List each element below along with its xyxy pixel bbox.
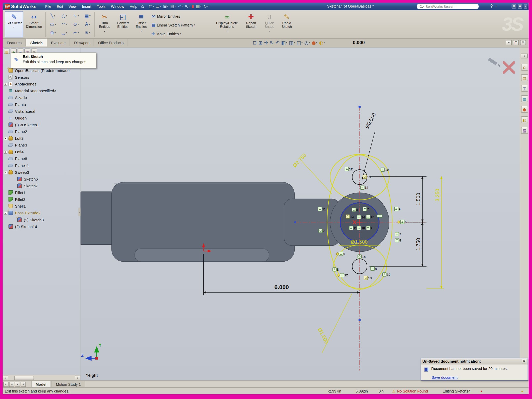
- arc-tool-button[interactable]: ◠▾: [59, 21, 70, 28]
- menu-tools[interactable]: Tools: [94, 3, 108, 10]
- relation-badge[interactable]: ○10: [357, 226, 365, 230]
- titlebar-new-button[interactable]: ▢▾: [148, 4, 155, 9]
- orientation-view-button[interactable]: ▥▾: [289, 39, 295, 46]
- tree-item-sweep3[interactable]: -Sweep3: [3, 169, 80, 176]
- relation-badge[interactable]: ⊥8: [332, 267, 339, 271]
- titlebar-undo-button[interactable]: ↶▾: [177, 4, 184, 9]
- model-body[interactable]: [81, 182, 389, 262]
- rotate-view-button[interactable]: ↻: [270, 39, 274, 46]
- bottom-tab-model[interactable]: Model: [31, 381, 51, 388]
- pan-view-button[interactable]: ✛: [264, 39, 268, 46]
- tree-item-vista-lateral[interactable]: Vista lateral: [3, 108, 80, 115]
- tab-scroll-left-icon[interactable]: ◂: [9, 382, 14, 387]
- titlebar-rebuild-button[interactable]: ↻▾: [202, 4, 209, 9]
- menu-insert[interactable]: Insert: [79, 3, 94, 10]
- rapid-sketch-button[interactable]: ✎ Rapid Sketch: [278, 11, 295, 37]
- menu-help[interactable]: Help: [127, 3, 140, 10]
- relation-badge[interactable]: ⊥9: [394, 207, 401, 211]
- tree-item-3dsketch1[interactable]: (-) 3DSketch1: [3, 122, 80, 128]
- text-tool-button[interactable]: A▾: [82, 21, 93, 28]
- tree-item-anotaciones[interactable]: +AAnotaciones: [3, 81, 80, 88]
- dimension-top-circle[interactable]: Ø0.500: [362, 112, 377, 180]
- tree-expander[interactable]: +: [4, 83, 7, 86]
- mirror-entities-button[interactable]: ⋈ Mirror Entities: [151, 12, 213, 20]
- tree-item-planta[interactable]: Planta: [3, 101, 80, 108]
- tree-item-plane3[interactable]: Plane3: [3, 142, 80, 149]
- relation-badge[interactable]: ⊥12: [337, 273, 348, 277]
- tree-item-fillet1[interactable]: Fillet1: [3, 189, 80, 196]
- tab-sketch[interactable]: Sketch: [26, 39, 47, 46]
- tab-dimxpert[interactable]: DimXpert: [70, 39, 94, 46]
- library-taskpane-button[interactable]: ▤: [521, 74, 528, 81]
- menu-window[interactable]: Window: [108, 3, 127, 10]
- line-tool-button[interactable]: ╲▾: [48, 12, 58, 19]
- titlebar-select-button[interactable]: ↖▾: [184, 4, 191, 9]
- tab-scroll-last-icon[interactable]: ⇥: [21, 382, 26, 387]
- relation-badge[interactable]: ⊥12: [345, 167, 353, 171]
- relation-badge[interactable]: =9: [395, 238, 401, 242]
- tab-scroll-right-icon[interactable]: ▸: [15, 382, 20, 387]
- relation-badge[interactable]: ○13: [346, 214, 354, 218]
- titlebar-filter-button[interactable]: ▮: [191, 4, 195, 9]
- menu-view[interactable]: View: [66, 3, 79, 10]
- dimension-vertical-2[interactable]: 1.750: [415, 222, 422, 266]
- spline-tool-button[interactable]: ∿▾: [71, 12, 82, 19]
- explorer-taskpane-button[interactable]: ◫: [521, 85, 528, 92]
- move-entities-button[interactable]: ✛ Move Entities ▾: [151, 30, 213, 38]
- titlebar-edge-icon[interactable]: ›: [524, 4, 527, 9]
- dimension-slot[interactable]: Ø2.750: [292, 152, 332, 194]
- tree-item-origen[interactable]: ∟Origen: [3, 115, 80, 121]
- confirmation-corner-cancel-icon[interactable]: [504, 62, 514, 72]
- smart-dimension-button[interactable]: ↔ Smart Dimension: [24, 11, 44, 37]
- relation-badge[interactable]: ○13: [364, 276, 372, 280]
- tree-item-material-not-specified[interactable]: ≣Material <not specified>: [3, 88, 80, 94]
- visibility-view-button[interactable]: ◎▾: [304, 39, 310, 46]
- relation-badge[interactable]: ○13: [363, 175, 371, 179]
- tree-item-sketch14[interactable]: (?) Sketch14: [3, 223, 80, 230]
- status-sphere-icon[interactable]: ●: [521, 389, 523, 393]
- relation-badge[interactable]: ○7: [318, 229, 325, 233]
- titlebar-open-button[interactable]: ▱▾: [155, 4, 162, 9]
- help-button[interactable]: ?: [490, 4, 493, 8]
- relation-badge[interactable]: ⊥10: [381, 168, 389, 172]
- close-icon[interactable]: ✕: [520, 40, 526, 45]
- zoom-area-view-button[interactable]: ⊞: [258, 39, 262, 46]
- corner-fillet-tool-button[interactable]: ⌐▾: [71, 29, 82, 36]
- props-taskpane-button[interactable]: ▧: [521, 127, 528, 134]
- relation-badge[interactable]: =14: [357, 215, 365, 219]
- search-input[interactable]: [426, 5, 470, 8]
- exit-sketch-button[interactable]: ✎ Exit Sketch ▾: [5, 11, 23, 37]
- tree-expander[interactable]: +: [4, 150, 7, 154]
- tab-features[interactable]: Features: [3, 39, 26, 46]
- panel-collapse-handle[interactable]: ◂: [78, 208, 81, 216]
- relation-badge[interactable]: ⊥5: [336, 252, 345, 256]
- tree-item-alzado[interactable]: Alzado: [3, 94, 80, 101]
- tree-item-plane2[interactable]: Plane2: [3, 128, 80, 135]
- search-assistant-icon[interactable]: [141, 5, 143, 8]
- titlebar-tool-icon[interactable]: ▣: [518, 4, 522, 9]
- display-view-button[interactable]: ◫▾: [297, 39, 303, 46]
- tree-item-sketch6[interactable]: Sketch6: [3, 176, 80, 183]
- relation-badge[interactable]: =8: [370, 267, 377, 271]
- relation-badge[interactable]: ⊥7: [395, 232, 401, 236]
- sketch-point[interactable]: [294, 221, 296, 223]
- search-box[interactable]: ▾: [417, 4, 479, 9]
- appearance-view-button[interactable]: ●▾: [312, 39, 317, 46]
- tangent-arc-tool-button[interactable]: ◡▾: [59, 29, 70, 36]
- scroll-right-icon[interactable]: ▸: [75, 375, 81, 380]
- titlebar-save-button[interactable]: ▣▾: [162, 4, 169, 9]
- scene2-taskpane-button[interactable]: ◐: [521, 116, 528, 123]
- tree-item-loft3[interactable]: +Loft3: [3, 135, 80, 142]
- quick-snaps-button[interactable]: ∪ Quick Snaps ▾: [262, 11, 277, 37]
- chevron-down-icon[interactable]: ▾: [423, 5, 424, 8]
- minimize-button[interactable]: −: [506, 40, 511, 45]
- restore-button[interactable]: ▢: [513, 40, 519, 45]
- trim-entities-button[interactable]: ✂ Trim Entities ▾: [96, 11, 113, 37]
- convert-entities-button[interactable]: ◰ Convert Entities: [114, 11, 132, 37]
- repair-sketch-button[interactable]: ✚ Repair Sketch: [242, 11, 261, 37]
- task-pane-collapse-button[interactable]: ◂: [521, 54, 528, 58]
- palette-taskpane-button[interactable]: ▦: [521, 95, 528, 102]
- scroll-left-icon[interactable]: ◂: [3, 375, 8, 380]
- relation-badge[interactable]: =7: [363, 207, 369, 211]
- menu-file[interactable]: File: [43, 3, 54, 10]
